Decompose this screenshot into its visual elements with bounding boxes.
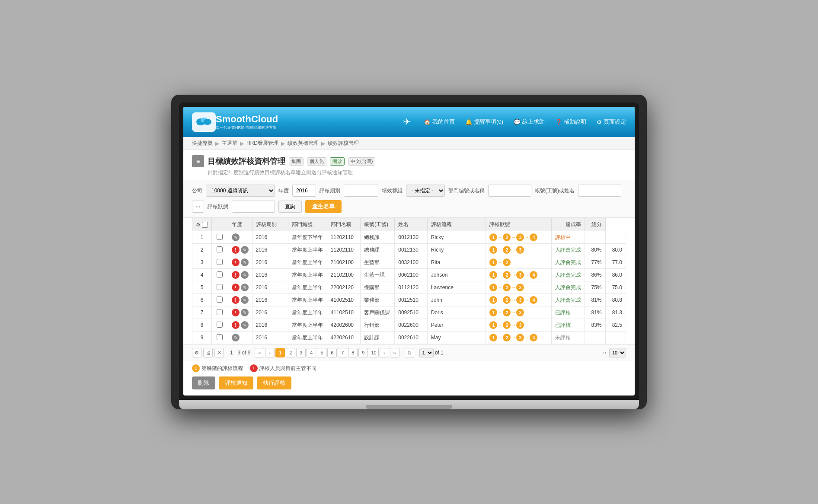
warning-icon[interactable]: ! [232, 321, 240, 329]
copy-btn[interactable]: ⧉ [405, 348, 414, 357]
row-checkbox[interactable] [217, 297, 223, 303]
nav-home[interactable]: 🏠 我的首頁 [424, 118, 455, 126]
nav-help[interactable]: ❓ 輔助說明 [555, 118, 586, 126]
page-10-btn[interactable]: 10 [369, 348, 378, 357]
ellipsis-button[interactable]: ··· [192, 201, 204, 213]
row-year: 2016 [252, 231, 288, 244]
first-page-btn[interactable]: « [255, 348, 264, 357]
page-4-btn[interactable]: 4 [307, 348, 316, 357]
nav-settings[interactable]: ⚙ 頁面設定 [597, 118, 626, 126]
nav-reminders[interactable]: 🔔 提醒事項(0) [465, 118, 503, 126]
row-status: 人評會完成 [551, 281, 585, 294]
edit-icon[interactable]: ✎ [241, 271, 249, 279]
status-input[interactable] [232, 201, 275, 213]
flow-step-2: 2 [503, 284, 511, 291]
page-jump-select[interactable]: 1 [419, 348, 434, 357]
warning-icon[interactable]: ! [232, 246, 240, 254]
company-select[interactable]: 10000 遠綠資訊 [206, 185, 275, 197]
row-checkbox-cell [212, 332, 228, 344]
delete-button[interactable]: 刪除 [192, 376, 215, 389]
next-page-btn[interactable]: › [380, 348, 389, 357]
warning-icon[interactable]: ! [232, 258, 240, 266]
page-9-btn[interactable]: 9 [358, 348, 368, 357]
breadcrumb-item-2[interactable]: 主選單 [222, 140, 237, 147]
home-icon: 🏠 [424, 119, 431, 125]
legend-bar: 1 第幾階的評核流程 ! 評核人員與目前主管不同 [183, 361, 635, 374]
row-checkbox[interactable] [217, 334, 223, 340]
breadcrumb: 快捷導覽 ▶ 主選單 ▶ HRD發展管理 ▶ 績效英標管理 ▶ 績效評核管理 [183, 137, 635, 150]
page-8-btn[interactable]: 8 [348, 348, 358, 357]
pagination-bar: ⚙ 🖨 ✕ 1 - 9 of 9 « ‹ 1 2 3 4 5 6 7 8 9 [183, 344, 635, 361]
dept-input[interactable] [488, 185, 531, 197]
row-dept-name: 總務課 [361, 244, 395, 256]
year-input[interactable] [292, 185, 316, 197]
warning-icon[interactable]: ! [232, 284, 240, 291]
flow-arrow: → [511, 272, 516, 278]
row-checkbox[interactable] [217, 322, 223, 328]
settings-tool-btn[interactable]: ⚙ [192, 348, 201, 357]
group-select[interactable]: - 未指定 - [406, 185, 445, 197]
edit-icon[interactable]: ✎ [241, 321, 249, 329]
flow-step-2: 2 [503, 321, 511, 329]
nav-online-help[interactable]: 💬 線上求助 [514, 118, 545, 126]
row-acct: 0022610 [395, 332, 428, 344]
breadcrumb-item-4[interactable]: 績效英標管理 [288, 140, 319, 147]
breadcrumb-item-5[interactable]: 績效評核管理 [328, 140, 359, 147]
period-input[interactable] [344, 185, 378, 197]
close-btn[interactable]: ✕ [214, 348, 224, 357]
search-button[interactable]: 查詢 [278, 201, 302, 213]
row-checkbox[interactable] [217, 271, 223, 278]
row-name: Doris [427, 306, 486, 319]
row-flow: 1→2 [486, 256, 551, 269]
col-header-status: 評核狀態 [486, 218, 551, 231]
rows-per-page-select[interactable]: 10 20 50 [609, 348, 626, 357]
page-7-btn[interactable]: 7 [338, 348, 347, 357]
badge-open: 開啟 [330, 157, 345, 166]
breadcrumb-item-3[interactable]: HRD發展管理 [246, 140, 278, 147]
prev-page-btn[interactable]: ‹ [265, 348, 275, 357]
warning-icon[interactable]: ! [232, 271, 240, 279]
print-btn[interactable]: 🖨 [203, 348, 213, 357]
select-all-checkbox[interactable] [202, 222, 208, 228]
row-num: 7 [192, 306, 212, 319]
row-checkbox[interactable] [217, 284, 223, 290]
flow-step-3: 3 [516, 309, 524, 316]
row-checkbox[interactable] [217, 246, 223, 252]
breadcrumb-item-1[interactable]: 快捷導覽 [192, 140, 213, 147]
row-checkbox-cell [212, 244, 228, 256]
edit-icon[interactable]: ✎ [241, 258, 249, 266]
settings-icon[interactable]: ⚙ [196, 222, 201, 228]
page-6-btn[interactable]: 6 [327, 348, 337, 357]
acct-input[interactable] [578, 185, 621, 197]
last-page-btn[interactable]: » [390, 348, 399, 357]
warning-icon[interactable]: ! [232, 309, 240, 316]
row-year: 2016 [252, 332, 288, 344]
edit-icon[interactable]: ✎ [241, 246, 249, 254]
notify-button[interactable]: 評核通知 [219, 376, 253, 389]
edit-icon[interactable]: ✎ [232, 233, 240, 241]
edit-icon[interactable]: ✎ [241, 296, 249, 304]
warning-icon[interactable]: ! [232, 296, 240, 304]
execute-button[interactable]: 執行評核 [257, 376, 291, 389]
page-5-btn[interactable]: 5 [317, 348, 326, 357]
flow-arrow: → [498, 247, 502, 252]
page-2-btn[interactable]: 2 [286, 348, 295, 357]
row-checkbox[interactable] [217, 259, 223, 265]
breadcrumb-sep-3: ▶ [281, 140, 285, 147]
edit-icon[interactable]: ✎ [241, 284, 249, 291]
row-actions-cell: ! ✎ [228, 244, 252, 256]
generate-button[interactable]: 產生名單 [305, 200, 342, 213]
page-3-btn[interactable]: 3 [296, 348, 306, 357]
table-row: 6 ! ✎ 2016 當年度上半年 41002510 業務部 0012510 J… [192, 294, 626, 306]
row-checkbox[interactable] [217, 234, 223, 240]
row-actions-cell: ! ✎ [228, 256, 252, 269]
edit-icon[interactable]: ✎ [241, 309, 249, 316]
row-year: 2016 [252, 281, 288, 294]
badge-personal: 個人化 [307, 157, 326, 166]
row-checkbox[interactable] [217, 309, 223, 315]
row-period: 當年度上半年 [288, 244, 327, 256]
edit-icon[interactable]: ✎ [232, 334, 240, 341]
page-1-btn[interactable]: 1 [275, 348, 285, 357]
row-flow: 1→2→3→4 [486, 269, 551, 281]
row-dept-name: 設計課 [361, 332, 395, 344]
